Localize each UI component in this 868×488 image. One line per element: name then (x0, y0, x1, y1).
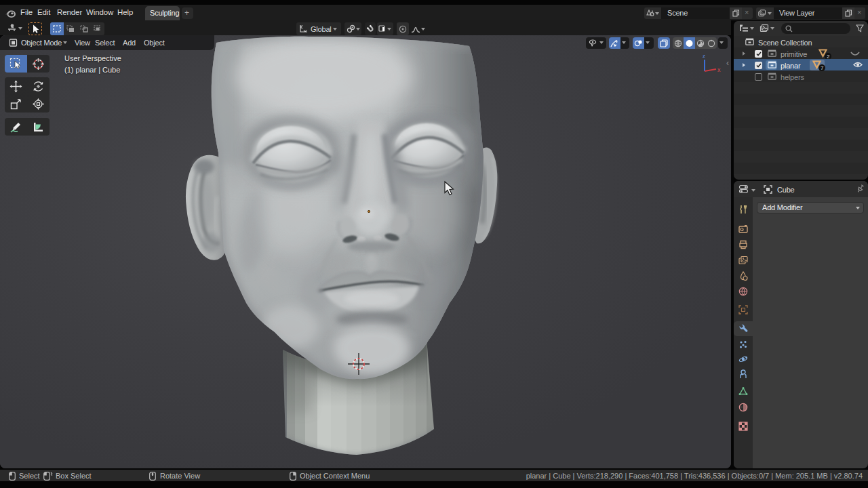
svg-text:z: z (703, 53, 705, 59)
svg-text:x: x (717, 66, 721, 73)
svg-text:‹: ‹ (726, 58, 729, 68)
